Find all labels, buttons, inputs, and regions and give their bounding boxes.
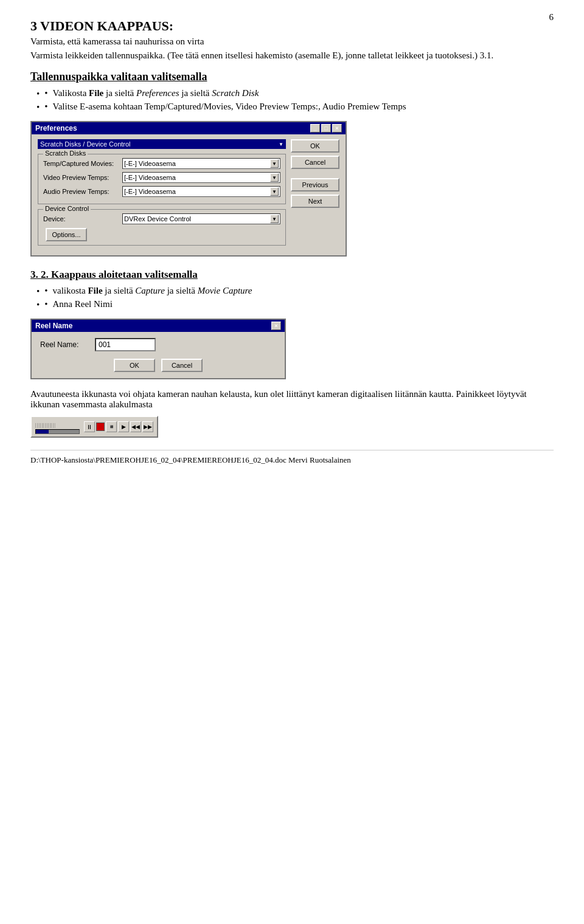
dialog-titlebar: Preferences _ □ ×: [32, 122, 346, 134]
reel-name-row: Reel Name:: [40, 338, 276, 351]
temp-captured-dropdown[interactable]: [-E-] Videoasema ▼: [122, 158, 280, 169]
ok-button[interactable]: OK: [291, 139, 339, 153]
video-preview-row: Video Preview Temps: [-E-] Videoasema ▼: [43, 172, 280, 183]
section-32-title: 3. 2. Kaappaus aloitetaan valitsemalla: [30, 269, 554, 281]
s2-bullet1-pre: valikosta: [53, 286, 88, 295]
device-label: Device:: [43, 215, 122, 222]
device-dropdown[interactable]: DVRex Device Control ▼: [122, 213, 280, 224]
audio-preview-row: Audio Preview Temps: [-E-] Videoasema ▼: [43, 186, 280, 197]
device-value: DVRex Device Control: [124, 215, 191, 222]
bullet1-italic2: Scratch Disk: [212, 88, 259, 98]
reel-close-button[interactable]: ×: [271, 322, 281, 330]
video-preview-value: [-E-] Videoasema: [124, 174, 176, 181]
bullet1-post: ja sieltä: [103, 88, 136, 98]
play-button[interactable]: ▶: [118, 421, 129, 432]
scratch-disk-dropdown[interactable]: Scratch Disks / Device Control ▼: [38, 139, 286, 149]
list-item: • valikosta File ja sieltä Capture ja si…: [36, 286, 554, 297]
close-button[interactable]: ×: [332, 124, 342, 133]
dialog-right-panel: OK Cancel Previous Next: [291, 139, 339, 250]
section-intro: Varmista leikkeiden tallennuspaikka. (Te…: [30, 50, 554, 61]
audio-preview-dropdown[interactable]: [-E-] Videoasema ▼: [122, 186, 280, 197]
scratch-disk-label: Scratch Disks / Device Control: [40, 140, 131, 148]
preferences-dialog: Preferences _ □ × Scratch Disks / Device…: [30, 121, 347, 257]
rewind-button[interactable]: ◀◀: [130, 421, 141, 432]
transport-track[interactable]: [35, 429, 80, 434]
dialog-body: Scratch Disks / Device Control ▼ Scratch…: [32, 134, 346, 255]
maximize-button[interactable]: □: [321, 124, 331, 133]
titlebar-buttons: _ □ ×: [310, 124, 342, 133]
s2-bullet1-italic: Capture: [135, 286, 165, 295]
s2-bullet1-post2: ja sieltä: [165, 286, 198, 295]
record-button[interactable]: [96, 422, 105, 431]
reel-buttons: OK Cancel: [40, 359, 276, 372]
reel-name-dialog: Reel Name × Reel Name: OK Cancel: [30, 319, 286, 379]
audio-preview-label: Audio Preview Temps:: [43, 188, 122, 195]
s2-bullet1-italic2: Movie Capture: [198, 286, 252, 295]
transport-buttons: ⏸ ◾ ▶ ◀◀ ▶▶: [84, 421, 153, 432]
scratch-disks-title: Scratch Disks: [43, 150, 88, 157]
video-preview-dropdown[interactable]: [-E-] Videoasema ▼: [122, 172, 280, 183]
section-32-bullets: • valikosta File ja sieltä Capture ja si…: [36, 286, 554, 310]
fast-forward-button[interactable]: ▶▶: [142, 421, 153, 432]
reel-cancel-button[interactable]: Cancel: [161, 359, 203, 372]
temp-captured-row: Temp/Captured Movies: [-E-] Videoasema ▼: [43, 158, 280, 169]
pause-button[interactable]: ⏸: [84, 421, 95, 432]
list-item: • Anna Reel Nimi: [36, 299, 554, 310]
reel-titlebar-buttons: ×: [271, 322, 281, 330]
reel-dialog-title: Reel Name: [35, 322, 72, 330]
dialog-left-panel: Scratch Disks / Device Control ▼ Scratch…: [38, 139, 286, 250]
s2-bullet1-post: ja sieltä: [103, 286, 136, 295]
transport-controls: ||||||||||||| ⏸ ◾ ▶ ◀◀ ▶▶: [30, 416, 158, 438]
stop-button[interactable]: ◾: [106, 421, 117, 432]
section2-para: Avautuneesta ikkunasta voi ohjata kamera…: [30, 389, 554, 410]
section-31-title: Tallennuspaikka valitaan valitsemalla: [30, 71, 554, 83]
reel-ok-button[interactable]: OK: [114, 359, 155, 372]
list-item: • Valitse E-asema kohtaan Temp/Captured/…: [36, 102, 554, 112]
device-control-title: Device Control: [43, 205, 91, 212]
dropdown-arrow-icon: ▼: [270, 159, 279, 168]
reel-dialog-body: Reel Name: OK Cancel: [32, 332, 285, 378]
dialog-title: Preferences: [35, 124, 77, 133]
footer-path: D:\THOP-kansiosta\PREMIEROHJE16_02_04\PR…: [30, 450, 554, 465]
main-title: 3 VIDEON KAAPPAUS:: [30, 18, 554, 34]
list-item: • Valikosta File ja sieltä Preferences j…: [36, 88, 554, 99]
cancel-button[interactable]: Cancel: [291, 156, 339, 169]
temp-captured-label: Temp/Captured Movies:: [43, 160, 122, 167]
device-row: Device: DVRex Device Control ▼: [43, 213, 280, 224]
audio-preview-value: [-E-] Videoasema: [124, 188, 176, 195]
transport-slider-area: |||||||||||||: [35, 419, 80, 434]
page-number: 6: [549, 12, 554, 22]
scratch-disks-group: Scratch Disks Temp/Captured Movies: [-E-…: [38, 154, 286, 204]
dropdown-arrow-icon: ▼: [270, 173, 279, 182]
bullet1-bold: File: [89, 88, 103, 98]
device-control-group: Device Control Device: DVRex Device Cont…: [38, 209, 286, 246]
s2-bullet1-bold: File: [88, 286, 102, 295]
previous-button[interactable]: Previous: [291, 178, 339, 191]
dropdown-arrow-icon: ▼: [270, 215, 279, 223]
bullet1-italic: Preferences: [136, 88, 179, 98]
reel-dialog-titlebar: Reel Name ×: [32, 320, 285, 332]
dropdown-arrow-icon: ▼: [279, 142, 283, 147]
minimize-button[interactable]: _: [310, 124, 320, 133]
bullet1-pre: Valikosta: [53, 88, 89, 98]
subtitle-line: Varmista, että kamerassa tai nauhurissa …: [30, 36, 554, 47]
section-31-bullets: • Valikosta File ja sieltä Preferences j…: [36, 88, 554, 112]
bullet1-post2: ja sieltä: [179, 88, 212, 98]
video-preview-label: Video Preview Temps:: [43, 174, 122, 181]
reel-name-input[interactable]: [95, 338, 156, 351]
options-button[interactable]: Options...: [46, 228, 87, 241]
dropdown-arrow-icon: ▼: [270, 187, 279, 196]
reel-name-label: Reel Name:: [40, 340, 95, 349]
next-button[interactable]: Next: [291, 195, 339, 208]
temp-captured-value: [-E-] Videoasema: [124, 160, 176, 167]
